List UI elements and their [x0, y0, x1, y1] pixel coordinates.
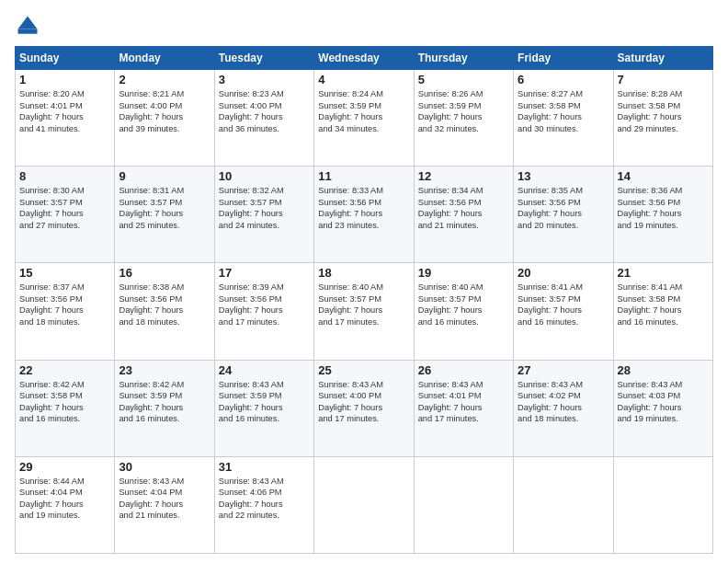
weekday-header: Monday [115, 47, 214, 70]
calendar-cell: 8Sunrise: 8:30 AM Sunset: 3:57 PM Daylig… [16, 167, 115, 263]
calendar-cell: 28Sunrise: 8:43 AM Sunset: 4:03 PM Dayli… [613, 360, 712, 456]
weekday-header: Tuesday [214, 47, 313, 70]
day-number: 6 [518, 73, 609, 86]
calendar-cell: 27Sunrise: 8:43 AM Sunset: 4:02 PM Dayli… [514, 360, 613, 456]
cell-content: Sunrise: 8:32 AM Sunset: 3:57 PM Dayligh… [219, 185, 310, 231]
day-number: 31 [219, 460, 310, 474]
day-number: 30 [119, 460, 210, 474]
logo [15, 13, 44, 39]
day-number: 25 [318, 363, 409, 377]
day-number: 5 [418, 73, 509, 86]
calendar-cell: 13Sunrise: 8:35 AM Sunset: 3:56 PM Dayli… [514, 167, 613, 263]
cell-content: Sunrise: 8:21 AM Sunset: 4:00 PM Dayligh… [119, 88, 210, 134]
cell-content: Sunrise: 8:43 AM Sunset: 4:01 PM Dayligh… [418, 379, 509, 425]
calendar-cell: 29Sunrise: 8:44 AM Sunset: 4:04 PM Dayli… [16, 456, 115, 553]
calendar-cell: 15Sunrise: 8:37 AM Sunset: 3:56 PM Dayli… [16, 263, 115, 360]
calendar-cell: 25Sunrise: 8:43 AM Sunset: 4:00 PM Dayli… [314, 360, 414, 456]
cell-content: Sunrise: 8:23 AM Sunset: 4:00 PM Dayligh… [219, 88, 310, 134]
cell-content: Sunrise: 8:42 AM Sunset: 3:59 PM Dayligh… [119, 379, 210, 425]
day-number: 29 [19, 460, 110, 474]
cell-content: Sunrise: 8:26 AM Sunset: 3:59 PM Dayligh… [418, 88, 509, 134]
calendar-cell: 14Sunrise: 8:36 AM Sunset: 3:56 PM Dayli… [613, 167, 712, 263]
calendar-cell: 20Sunrise: 8:41 AM Sunset: 3:57 PM Dayli… [514, 263, 613, 360]
cell-content: Sunrise: 8:31 AM Sunset: 3:57 PM Dayligh… [119, 185, 210, 231]
cell-content: Sunrise: 8:30 AM Sunset: 3:57 PM Dayligh… [19, 185, 110, 231]
day-number: 2 [119, 73, 210, 86]
svg-rect-1 [18, 29, 38, 34]
page: SundayMondayTuesdayWednesdayThursdayFrid… [0, 0, 728, 563]
calendar-cell: 1Sunrise: 8:20 AM Sunset: 4:01 PM Daylig… [16, 70, 115, 167]
calendar-cell [514, 456, 613, 553]
calendar-table: SundayMondayTuesdayWednesdayThursdayFrid… [15, 46, 713, 554]
day-number: 4 [318, 73, 409, 86]
calendar-cell: 17Sunrise: 8:39 AM Sunset: 3:56 PM Dayli… [214, 263, 313, 360]
calendar-cell: 23Sunrise: 8:42 AM Sunset: 3:59 PM Dayli… [115, 360, 214, 456]
day-number: 23 [119, 363, 210, 377]
calendar-cell [414, 456, 513, 553]
calendar-cell [613, 456, 712, 553]
day-number: 28 [618, 363, 709, 377]
weekday-header: Saturday [613, 47, 712, 70]
calendar-cell: 11Sunrise: 8:33 AM Sunset: 3:56 PM Dayli… [314, 167, 414, 263]
calendar-row: 8Sunrise: 8:30 AM Sunset: 3:57 PM Daylig… [16, 167, 713, 263]
calendar-row: 1Sunrise: 8:20 AM Sunset: 4:01 PM Daylig… [16, 70, 713, 167]
cell-content: Sunrise: 8:43 AM Sunset: 3:59 PM Dayligh… [219, 379, 310, 425]
day-number: 13 [518, 169, 609, 183]
weekday-header: Sunday [16, 47, 115, 70]
calendar-cell [314, 456, 414, 553]
cell-content: Sunrise: 8:41 AM Sunset: 3:58 PM Dayligh… [618, 282, 709, 327]
calendar-cell: 30Sunrise: 8:43 AM Sunset: 4:04 PM Dayli… [115, 456, 214, 553]
calendar-cell: 10Sunrise: 8:32 AM Sunset: 3:57 PM Dayli… [214, 167, 313, 263]
day-number: 20 [518, 266, 609, 280]
day-number: 17 [219, 266, 310, 280]
day-number: 14 [618, 169, 709, 183]
cell-content: Sunrise: 8:43 AM Sunset: 4:06 PM Dayligh… [219, 476, 310, 522]
calendar-row: 22Sunrise: 8:42 AM Sunset: 3:58 PM Dayli… [16, 360, 713, 456]
cell-content: Sunrise: 8:43 AM Sunset: 4:03 PM Dayligh… [618, 379, 709, 425]
cell-content: Sunrise: 8:35 AM Sunset: 3:56 PM Dayligh… [518, 185, 609, 231]
cell-content: Sunrise: 8:42 AM Sunset: 3:58 PM Dayligh… [19, 379, 110, 425]
cell-content: Sunrise: 8:39 AM Sunset: 3:56 PM Dayligh… [219, 282, 310, 327]
logo-icon [15, 13, 40, 39]
cell-content: Sunrise: 8:28 AM Sunset: 3:58 PM Dayligh… [618, 88, 709, 134]
cell-content: Sunrise: 8:33 AM Sunset: 3:56 PM Dayligh… [318, 185, 409, 231]
day-number: 15 [19, 266, 110, 280]
day-number: 3 [219, 73, 310, 86]
calendar-cell: 31Sunrise: 8:43 AM Sunset: 4:06 PM Dayli… [214, 456, 313, 553]
calendar-row: 15Sunrise: 8:37 AM Sunset: 3:56 PM Dayli… [16, 263, 713, 360]
cell-content: Sunrise: 8:40 AM Sunset: 3:57 PM Dayligh… [318, 282, 409, 327]
day-number: 9 [119, 169, 210, 183]
day-number: 24 [219, 363, 310, 377]
calendar-cell: 9Sunrise: 8:31 AM Sunset: 3:57 PM Daylig… [115, 167, 214, 263]
cell-content: Sunrise: 8:24 AM Sunset: 3:59 PM Dayligh… [318, 88, 409, 134]
cell-content: Sunrise: 8:36 AM Sunset: 3:56 PM Dayligh… [618, 185, 709, 231]
calendar-cell: 2Sunrise: 8:21 AM Sunset: 4:00 PM Daylig… [115, 70, 214, 167]
calendar-cell: 22Sunrise: 8:42 AM Sunset: 3:58 PM Dayli… [16, 360, 115, 456]
calendar-cell: 26Sunrise: 8:43 AM Sunset: 4:01 PM Dayli… [414, 360, 513, 456]
day-number: 22 [19, 363, 110, 377]
day-number: 16 [119, 266, 210, 280]
day-number: 10 [219, 169, 310, 183]
weekday-header: Wednesday [314, 47, 414, 70]
cell-content: Sunrise: 8:20 AM Sunset: 4:01 PM Dayligh… [19, 88, 110, 134]
cell-content: Sunrise: 8:38 AM Sunset: 3:56 PM Dayligh… [119, 282, 210, 327]
day-number: 18 [318, 266, 409, 280]
day-number: 19 [418, 266, 509, 280]
day-number: 1 [19, 73, 110, 86]
calendar-cell: 21Sunrise: 8:41 AM Sunset: 3:58 PM Dayli… [613, 263, 712, 360]
cell-content: Sunrise: 8:43 AM Sunset: 4:02 PM Dayligh… [518, 379, 609, 425]
calendar-row: 29Sunrise: 8:44 AM Sunset: 4:04 PM Dayli… [16, 456, 713, 553]
calendar-cell: 19Sunrise: 8:40 AM Sunset: 3:57 PM Dayli… [414, 263, 513, 360]
day-number: 11 [318, 169, 409, 183]
header [15, 13, 713, 39]
cell-content: Sunrise: 8:44 AM Sunset: 4:04 PM Dayligh… [19, 476, 110, 522]
day-number: 26 [418, 363, 509, 377]
calendar-cell: 7Sunrise: 8:28 AM Sunset: 3:58 PM Daylig… [613, 70, 712, 167]
day-number: 8 [19, 169, 110, 183]
cell-content: Sunrise: 8:41 AM Sunset: 3:57 PM Dayligh… [518, 282, 609, 327]
cell-content: Sunrise: 8:37 AM Sunset: 3:56 PM Dayligh… [19, 282, 110, 327]
calendar-cell: 3Sunrise: 8:23 AM Sunset: 4:00 PM Daylig… [214, 70, 313, 167]
calendar-cell: 6Sunrise: 8:27 AM Sunset: 3:58 PM Daylig… [514, 70, 613, 167]
calendar-cell: 5Sunrise: 8:26 AM Sunset: 3:59 PM Daylig… [414, 70, 513, 167]
calendar-cell: 12Sunrise: 8:34 AM Sunset: 3:56 PM Dayli… [414, 167, 513, 263]
